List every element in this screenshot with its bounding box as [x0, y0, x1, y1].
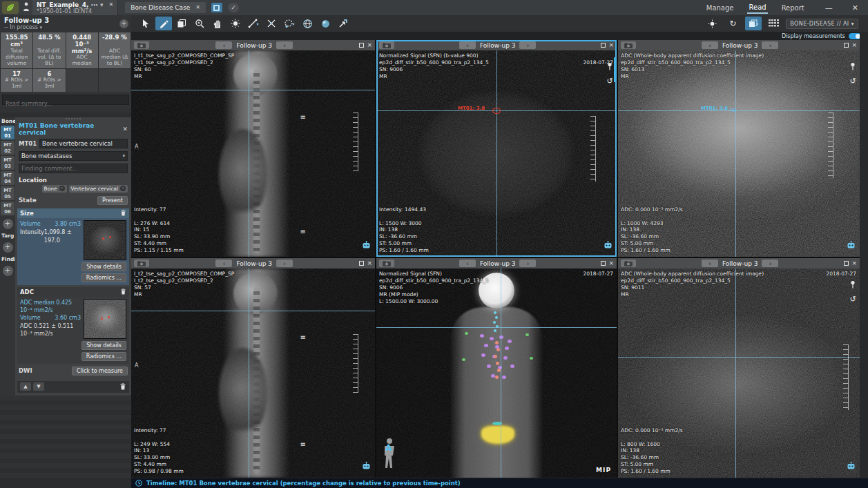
- maximize-viewport-icon[interactable]: [844, 261, 849, 266]
- close-viewport-icon[interactable]: ×: [608, 42, 614, 48]
- maximize-viewport-icon[interactable]: [359, 43, 364, 48]
- next-timepoint-button[interactable]: ›: [519, 41, 536, 49]
- lesion-label[interactable]: MT01: 3.6: [701, 106, 728, 111]
- layout-select-icon[interactable]: ▾: [745, 17, 762, 30]
- crosshair-vertical[interactable]: [496, 50, 497, 257]
- crosshair-vertical[interactable]: [249, 269, 249, 478]
- crosshair-horizontal[interactable]: [618, 110, 860, 111]
- size-thumbnail[interactable]: [84, 220, 126, 260]
- pin-icon[interactable]: [849, 278, 856, 291]
- crosshair-vertical[interactable]: [735, 269, 736, 478]
- size-radiomics-button[interactable]: Radiomics ...: [81, 273, 126, 282]
- location-tag-bone[interactable]: Bone–: [42, 185, 67, 193]
- close-finding-icon[interactable]: ✕: [122, 126, 128, 133]
- image-area[interactable]: I_t1_tse_sag_p2_COMPOSED_COMP_SP I_t1_ts…: [131, 50, 375, 257]
- menu-manage[interactable]: Manage: [705, 3, 735, 13]
- size-show-details-button[interactable]: Show details: [81, 262, 126, 271]
- image-area[interactable]: ADC (Whole-body apparent diffusion coeff…: [618, 269, 860, 478]
- stack-handle-icon[interactable]: ≡: [300, 441, 306, 447]
- size-measurement-block[interactable]: Size Volume3.80 cm3 Intensity1,099.8 ± 1…: [17, 208, 129, 285]
- prev-timepoint-button[interactable]: ‹: [702, 41, 718, 49]
- crosshair-tool-icon[interactable]: [263, 17, 280, 30]
- rotate-reset-icon[interactable]: ↺: [849, 295, 856, 304]
- close-patient-tab-icon[interactable]: ✕: [109, 1, 114, 8]
- ai-robot-icon[interactable]: [847, 460, 856, 474]
- image-area[interactable]: MT01: 3.6 ⬲ ADC (Whole-body apparent dif…: [618, 50, 860, 257]
- ai-robot-icon[interactable]: [362, 460, 371, 474]
- next-timepoint-button[interactable]: ›: [762, 260, 778, 267]
- finding-chip-mt02[interactable]: MT 02: [1, 141, 15, 155]
- zoom-tool-icon[interactable]: [191, 17, 208, 30]
- rotate-reset-icon[interactable]: ↺: [849, 77, 856, 86]
- close-viewport-icon[interactable]: ×: [608, 260, 614, 266]
- crosshair-horizontal[interactable]: [376, 327, 617, 328]
- next-timepoint-button[interactable]: ›: [276, 260, 293, 267]
- adc-measurement-block[interactable]: ADC ADC median 0.425 10⁻³ mm2/s Volume3.…: [17, 287, 129, 364]
- snapshot-icon[interactable]: [379, 260, 394, 267]
- delete-size-icon[interactable]: [120, 209, 126, 217]
- pin-icon[interactable]: [849, 60, 856, 73]
- pencil-tool-icon[interactable]: [155, 17, 172, 30]
- line-measure-tool-icon[interactable]: ▾: [245, 17, 262, 30]
- adc-show-details-button[interactable]: Show details: [81, 341, 126, 350]
- reset-sync-icon[interactable]: ↻: [724, 17, 741, 30]
- image-area[interactable]: I_t2_tse_sag_p2_COMPOSED_COMP_SP I_t2_ts…: [131, 269, 375, 478]
- ai-robot-icon[interactable]: [362, 240, 371, 253]
- stack-handle-icon[interactable]: ≡: [300, 334, 306, 340]
- dwi-click-to-measure-button[interactable]: Click to measure: [72, 367, 128, 375]
- remove-tag-icon[interactable]: –: [120, 186, 126, 191]
- prev-timepoint-button[interactable]: ‹: [702, 260, 718, 267]
- check-icon[interactable]: ✓: [228, 3, 239, 12]
- lesion-label[interactable]: MT01: 3.8: [458, 106, 485, 111]
- location-tag-vertebrae[interactable]: Vertebrae cervical–: [69, 185, 128, 193]
- add-followup-button[interactable]: +: [119, 19, 128, 28]
- finding-chip-mt06[interactable]: MT 06: [1, 202, 15, 215]
- prev-timepoint-button[interactable]: ‹: [215, 41, 232, 49]
- cursor-tool-icon[interactable]: [137, 17, 154, 30]
- maximize-viewport-icon[interactable]: [844, 43, 849, 48]
- snapshot-icon[interactable]: [379, 41, 394, 49]
- close-case-tab-icon[interactable]: ✕: [195, 4, 200, 10]
- finding-type-select[interactable]: Bone metastases ▾: [19, 151, 128, 161]
- next-timepoint-button[interactable]: ›: [276, 41, 293, 49]
- right-scroll-strip[interactable]: [860, 32, 868, 478]
- snapshot-icon[interactable]: [621, 260, 636, 267]
- crosshair-horizontal[interactable]: [131, 311, 375, 311]
- lasso-roi-tool-icon[interactable]: ▾: [281, 17, 298, 30]
- add-finding-button[interactable]: +: [3, 266, 13, 276]
- state-present-button[interactable]: Present: [97, 196, 128, 205]
- stack-handle-icon[interactable]: ≡: [300, 228, 306, 235]
- close-window-icon[interactable]: ✕: [852, 3, 858, 12]
- finding-chip-mt04[interactable]: MT 04: [1, 171, 15, 185]
- case-tab[interactable]: Bone Disease Case ✕: [125, 2, 206, 13]
- snapshot-icon[interactable]: [134, 41, 149, 49]
- lesion-roi-contour[interactable]: [492, 108, 501, 114]
- minimize-window-icon[interactable]: —: [825, 3, 833, 12]
- image-area[interactable]: Normalized Signal (SFN) ep2d_diff_stir_b…: [376, 269, 617, 478]
- maximize-viewport-icon[interactable]: [359, 261, 364, 266]
- image-area[interactable]: MT01: 3.8 Normalized Signal (SFN) (b-val…: [376, 50, 617, 257]
- menu-read[interactable]: Read: [747, 2, 767, 14]
- rotate-reset-icon[interactable]: ↺: [606, 77, 613, 86]
- export-arrow-tool-icon[interactable]: [335, 17, 351, 30]
- close-viewport-icon[interactable]: ×: [367, 260, 372, 266]
- remove-tag-icon[interactable]: –: [59, 186, 65, 191]
- copy-layers-tool-icon[interactable]: [173, 17, 190, 30]
- finding-comment-input[interactable]: [19, 164, 128, 173]
- snapshot-icon[interactable]: [621, 41, 636, 49]
- add-target-button[interactable]: +: [3, 242, 13, 253]
- stack-handle-icon[interactable]: ≡: [300, 114, 306, 120]
- maximize-viewport-icon[interactable]: [601, 261, 606, 266]
- close-viewport-icon[interactable]: ×: [367, 42, 372, 48]
- adc-radiomics-button[interactable]: Radiomics ...: [81, 352, 126, 361]
- delete-finding-icon[interactable]: [119, 382, 126, 391]
- prev-timepoint-button[interactable]: ‹: [459, 260, 476, 267]
- patient-tab[interactable]: NT_Example_4, ··· ▾ ✕ *1950-01-01 ID:NT4: [32, 0, 118, 15]
- ai-robot-icon[interactable]: [604, 240, 613, 253]
- close-viewport-icon[interactable]: ×: [851, 260, 857, 266]
- pin-icon[interactable]: [606, 60, 613, 73]
- maximize-viewport-icon[interactable]: [601, 43, 606, 48]
- brightness-icon[interactable]: [704, 17, 720, 30]
- layout-panel-icon[interactable]: [211, 3, 222, 12]
- sphere-segmentation-tool-icon[interactable]: [317, 17, 334, 30]
